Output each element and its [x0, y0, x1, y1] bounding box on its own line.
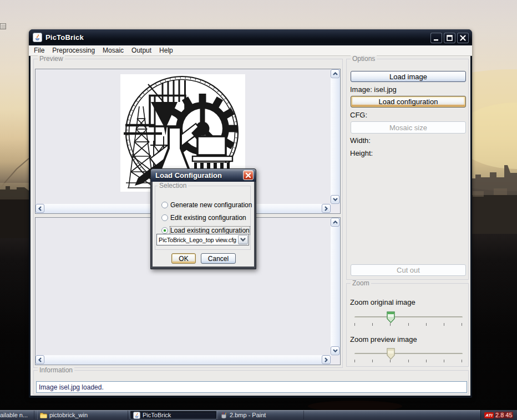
- radio-label[interactable]: Generate new configuration: [170, 201, 252, 209]
- zoom-group: Zoom Zoom original image Zoom preview im…: [346, 283, 469, 367]
- scrollbar-corner: [331, 204, 340, 213]
- folder-icon: [40, 412, 47, 419]
- menubar: File Preprocessing Mosaic Output Help: [29, 45, 472, 56]
- taskbar-button-label: pictobrick_win: [49, 412, 88, 418]
- combobox-dropdown-button[interactable]: [238, 235, 248, 244]
- maximize-icon: [444, 33, 455, 43]
- load-configuration-dialog: Load Configuration Selection Generate ne…: [150, 168, 256, 269]
- zoom-original-label: Zoom original image: [350, 298, 415, 306]
- height-label: Height:: [350, 149, 373, 157]
- desktop-shortcut-icon[interactable]: [0, 23, 6, 29]
- taskbar-button-label: PicToBrick: [143, 412, 171, 418]
- image-name-label: Image: isel.jpg: [350, 85, 397, 94]
- chevron-right-icon: [325, 357, 328, 362]
- scroll-right-button[interactable]: [322, 355, 331, 364]
- paint-icon: [220, 412, 227, 419]
- load-image-button[interactable]: Load image: [351, 71, 466, 82]
- width-label: Width:: [350, 136, 371, 145]
- chevron-up-icon: [333, 72, 338, 75]
- information-group: Information Image isel.jpg loaded.: [33, 370, 469, 395]
- dialog-title: Load Configuration: [155, 171, 222, 180]
- radio-icon[interactable]: [161, 214, 168, 221]
- selection-group-label: Selection: [158, 182, 188, 189]
- slider-ticks: [354, 323, 463, 326]
- scroll-down-button[interactable]: [331, 195, 339, 204]
- original-vertical-scrollbar[interactable]: [331, 69, 340, 204]
- close-icon: [458, 33, 468, 43]
- slider-ticks: [354, 360, 463, 362]
- scroll-left-button[interactable]: [36, 355, 44, 364]
- slider-track[interactable]: [354, 353, 463, 355]
- cfg-label: CFG:: [350, 111, 367, 119]
- menu-file[interactable]: File: [30, 47, 48, 54]
- configuration-combobox[interactable]: PicToBrick_Lego_top view.cfg: [156, 234, 249, 245]
- ati-tray-icon[interactable]: ATI: [484, 412, 494, 418]
- zoom-preview-label: Zoom preview image: [350, 335, 417, 344]
- chevron-down-icon: [333, 198, 338, 201]
- zoom-group-label: Zoom: [351, 280, 371, 287]
- radio-label[interactable]: Edit existing configuration: [170, 214, 246, 222]
- chevron-left-icon: [38, 357, 42, 362]
- mosaic-size-button: Mosaic size: [351, 121, 466, 134]
- options-group: Options Load image Image: isel.jpg Load …: [346, 59, 469, 280]
- menu-help[interactable]: Help: [155, 47, 177, 54]
- taskbar-button-label: 2.bmp - Paint: [230, 412, 266, 418]
- radio-icon[interactable]: [161, 202, 168, 208]
- tray-status-text: 2.8 45: [495, 412, 513, 418]
- dialog-body: Selection Generate new configuration Edi…: [153, 182, 254, 267]
- taskbar: ailable n... pictobrick_win PicToBrick: [0, 410, 517, 420]
- minimize-icon: [431, 33, 442, 43]
- information-group-label: Information: [38, 367, 74, 374]
- ok-button[interactable]: OK: [171, 253, 196, 264]
- scroll-right-button[interactable]: [322, 204, 331, 213]
- minimize-button[interactable]: [430, 33, 442, 43]
- radio-load-existing[interactable]: Load existing configuration: [161, 227, 250, 234]
- chevron-right-icon: [325, 206, 328, 211]
- taskbar-button-paint[interactable]: 2.bmp - Paint: [217, 411, 304, 419]
- zoom-original-slider[interactable]: [354, 311, 463, 326]
- combobox-value: PicToBrick_Lego_top view.cfg: [157, 237, 236, 243]
- window-titlebar[interactable]: PicToBrick: [29, 29, 472, 45]
- taskbar-button-pictobrick-win[interactable]: pictobrick_win: [37, 411, 128, 419]
- system-tray: ATI 2.8 45: [480, 410, 517, 420]
- taskbar-button-label: ailable n...: [0, 412, 28, 418]
- chevron-down-icon: [240, 238, 246, 242]
- java-icon: [133, 412, 140, 419]
- close-button[interactable]: [457, 33, 469, 43]
- slider-track[interactable]: [354, 316, 463, 318]
- maximize-button[interactable]: [444, 33, 455, 43]
- information-field[interactable]: Image isel.jpg loaded.: [36, 381, 467, 393]
- menu-output[interactable]: Output: [128, 47, 155, 54]
- scroll-down-button[interactable]: [331, 346, 339, 355]
- taskbar-button-pictobrick[interactable]: PicToBrick: [130, 411, 217, 419]
- chevron-down-icon: [333, 349, 338, 352]
- radio-edit-existing[interactable]: Edit existing configuration: [161, 214, 246, 222]
- load-configuration-button[interactable]: Load configuration: [351, 96, 466, 107]
- close-icon: [245, 172, 251, 178]
- window-title: PicToBrick: [45, 33, 84, 42]
- chevron-left-icon: [38, 206, 42, 211]
- chevron-up-icon: [333, 221, 338, 224]
- radio-icon-checked[interactable]: [161, 227, 168, 234]
- preview-vertical-scrollbar[interactable]: [331, 218, 340, 355]
- options-group-label: Options: [351, 55, 377, 63]
- preview-horizontal-scrollbar[interactable]: [36, 355, 331, 365]
- scroll-left-button[interactable]: [36, 204, 44, 213]
- radio-generate-new[interactable]: Generate new configuration: [161, 201, 252, 209]
- taskbar-button-partial[interactable]: ailable n...: [0, 411, 34, 419]
- java-app-icon: [33, 33, 42, 42]
- desktop: PicToBrick: [0, 0, 517, 420]
- preview-group-label: Preview: [38, 55, 65, 63]
- scroll-up-button[interactable]: [331, 218, 339, 227]
- dialog-titlebar[interactable]: Load Configuration: [151, 169, 256, 182]
- zoom-preview-slider[interactable]: [354, 348, 463, 363]
- menu-preprocessing[interactable]: Preprocessing: [48, 47, 99, 54]
- slider-thumb-green[interactable]: [387, 311, 395, 323]
- menu-mosaic[interactable]: Mosaic: [99, 47, 128, 54]
- radio-label[interactable]: Load existing configuration: [170, 227, 250, 234]
- dialog-close-button[interactable]: [243, 170, 254, 180]
- scrollbar-corner: [331, 355, 340, 365]
- cancel-button[interactable]: Cancel: [201, 253, 236, 264]
- slider-thumb-pale[interactable]: [387, 348, 395, 360]
- scroll-up-button[interactable]: [331, 69, 339, 78]
